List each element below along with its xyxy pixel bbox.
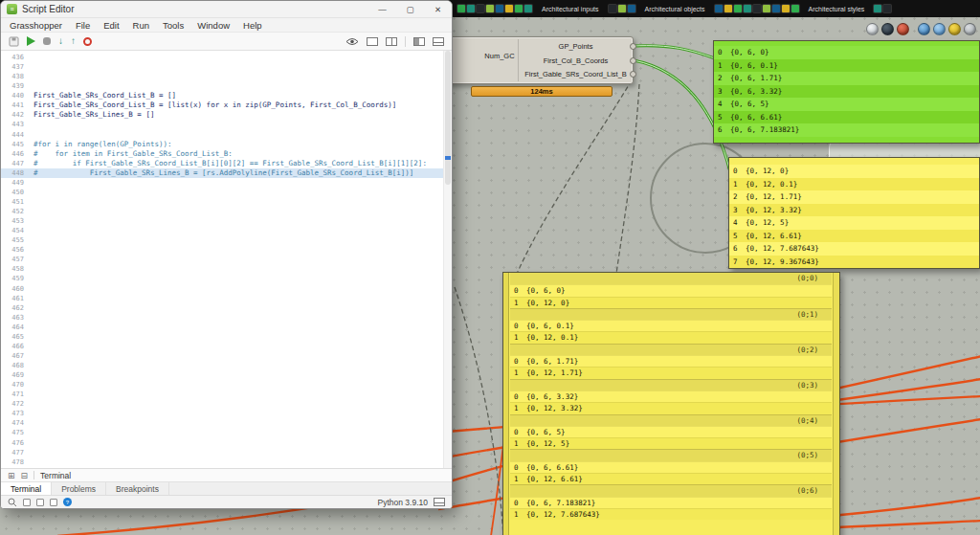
line-number[interactable]: 468 <box>1 361 33 370</box>
component-icon[interactable] <box>496 5 503 12</box>
menu-item-run[interactable]: Run <box>126 20 156 31</box>
component-icon[interactable] <box>791 5 799 12</box>
panel-item-row[interactable]: 4{0, 12, 5} <box>729 216 979 230</box>
line-number[interactable]: 466 <box>1 342 33 351</box>
panel-item-row[interactable]: 1{0, 12, 1.71} <box>510 367 832 378</box>
component-icon[interactable] <box>874 5 881 12</box>
run-button[interactable] <box>27 36 35 46</box>
green-data-panel[interactable]: 0{0, 6, 0}1{0, 6, 0.1}2{0, 6, 1.71}3{0, … <box>713 40 980 144</box>
code-line[interactable]: 443 <box>1 120 443 129</box>
code-line[interactable]: 437 <box>1 62 443 72</box>
filter-icon[interactable] <box>36 499 44 506</box>
code-line[interactable]: 448# First_Gable_SRs_Lines_B = [rs.AddPo… <box>1 168 443 178</box>
code-line[interactable]: 450 <box>1 188 443 197</box>
menu-item-edit[interactable]: Edit <box>97 20 125 31</box>
line-number[interactable]: 438 <box>1 72 33 81</box>
code-line[interactable]: 439 <box>1 81 443 91</box>
code-line[interactable]: 440First_Gable_SRs_Coord_List_B = [] <box>1 91 443 100</box>
gh-tab-label[interactable]: Architectural inputs <box>542 6 599 12</box>
menu-item-window[interactable]: Window <box>190 20 236 31</box>
gh-tab-label[interactable]: Architectural objects <box>645 6 705 12</box>
maximize-button[interactable]: ▢ <box>396 1 424 17</box>
line-number[interactable]: 458 <box>1 264 33 274</box>
line-number[interactable]: 465 <box>1 332 33 342</box>
panel-item-row[interactable]: 1{0, 12, 5} <box>510 437 832 449</box>
layout-side-icon[interactable] <box>413 37 425 46</box>
line-number[interactable]: 441 <box>1 100 33 110</box>
component-icon[interactable] <box>467 5 475 12</box>
component-icon[interactable] <box>734 5 742 12</box>
component-icon[interactable] <box>715 5 723 12</box>
component-icon[interactable] <box>477 5 484 12</box>
panel-item-row[interactable]: 5{0, 6, 6.61} <box>714 111 979 124</box>
line-number[interactable]: 440 <box>1 91 33 100</box>
line-number[interactable]: 477 <box>1 448 33 457</box>
line-number[interactable]: 447 <box>1 159 33 168</box>
gh-tab-label[interactable]: Architectural styles <box>809 6 865 12</box>
panel-item-row[interactable]: 2{0, 6, 1.71} <box>714 72 979 85</box>
component-icon[interactable] <box>515 5 523 12</box>
line-number[interactable]: 470 <box>1 380 33 390</box>
code-line[interactable]: 438 <box>1 72 443 81</box>
display-mode-icon[interactable] <box>918 23 930 35</box>
line-number[interactable]: 445 <box>1 140 33 149</box>
code-line[interactable]: 475 <box>1 428 443 437</box>
layout-bottom-icon[interactable] <box>433 37 444 46</box>
menu-item-grasshopper[interactable]: Grasshopper <box>3 20 69 31</box>
panel-tab-problems[interactable]: Problems <box>52 482 106 495</box>
code-line[interactable]: 445#for i in range(len(GP_Points)): <box>1 140 443 149</box>
code-line[interactable]: 468 <box>1 361 443 370</box>
output-param[interactable]: First_Gable_SRs_Coord_List_B <box>519 67 633 81</box>
menu-item-file[interactable]: File <box>69 20 97 31</box>
code-line[interactable]: 441First_Gable_SRs_Coord_List_B = [list(… <box>1 100 443 110</box>
panel-item-row[interactable]: 0{0, 6, 5} <box>510 426 832 437</box>
line-number[interactable]: 467 <box>1 351 33 361</box>
line-number[interactable]: 476 <box>1 438 33 448</box>
yellow-data-panel[interactable]: 0{0, 12, 0}1{0, 12, 0.1}2{0, 12, 1.71}3{… <box>728 157 980 269</box>
panel-tab-breakpoints[interactable]: Breakpoints <box>106 482 169 495</box>
line-number[interactable]: 439 <box>1 81 33 91</box>
settings-icon[interactable] <box>50 499 57 506</box>
output-param[interactable]: GP_Points <box>519 39 633 54</box>
line-number[interactable]: 437 <box>1 62 33 72</box>
line-number[interactable]: 462 <box>1 303 33 313</box>
component-icon[interactable] <box>618 5 626 12</box>
code-line[interactable]: 461 <box>1 294 443 303</box>
component-icon[interactable] <box>457 5 465 12</box>
component-icon[interactable] <box>609 5 616 12</box>
menu-item-tools[interactable]: Tools <box>156 20 190 31</box>
code-line[interactable]: 464 <box>1 323 443 332</box>
new-terminal-icon[interactable]: ⊞ <box>8 471 15 480</box>
stop-button[interactable] <box>83 37 92 46</box>
display-mode-icon[interactable] <box>897 23 909 35</box>
panel-item-row[interactable]: 1{0, 12, 7.687643} <box>510 508 832 520</box>
output-grip[interactable] <box>630 57 636 64</box>
code-line[interactable]: 459 <box>1 274 443 283</box>
code-line[interactable]: 457 <box>1 255 443 264</box>
step-out-icon[interactable]: ↑ <box>71 36 76 46</box>
code-line[interactable]: 477 <box>1 448 443 457</box>
panel-tab-terminal[interactable]: Terminal <box>1 482 52 495</box>
output-grip[interactable] <box>630 43 636 50</box>
python-version[interactable]: Python 3.9.10 <box>378 498 428 507</box>
code-line[interactable]: 479 <box>1 467 443 468</box>
panel-item-row[interactable]: 0{0, 12, 0} <box>729 165 979 178</box>
line-number[interactable]: 453 <box>1 216 33 226</box>
panel-item-row[interactable]: 7{0, 12, 9.367643} <box>729 256 979 269</box>
panel-item-row[interactable]: 4{0, 6, 5} <box>714 98 979 111</box>
debug-icon[interactable] <box>43 37 51 45</box>
line-number[interactable]: 451 <box>1 197 33 207</box>
line-number[interactable]: 444 <box>1 130 33 140</box>
line-number[interactable]: 459 <box>1 274 33 283</box>
panel-item-row[interactable]: 0{0, 6, 1.71} <box>510 355 832 367</box>
panel-item-row[interactable]: 1{0, 12, 3.32} <box>510 402 832 413</box>
panel-item-row[interactable]: 5{0, 12, 6.61} <box>729 230 979 243</box>
code-editor[interactable]: 436437438439440First_Gable_SRs_Coord_Lis… <box>1 51 452 468</box>
panel-item-row[interactable]: 6{0, 12, 7.687643} <box>729 242 979 256</box>
edit-grid-icon[interactable] <box>367 37 378 46</box>
line-number[interactable]: 457 <box>1 255 33 264</box>
panel-item-row[interactable]: 6{0, 6, 7.183821} <box>714 123 979 137</box>
code-line[interactable]: 471 <box>1 390 443 399</box>
script-editor-window[interactable]: ≡ Script Editor — ▢ ✕ GrasshopperFileEdi… <box>0 0 453 509</box>
tree-data-panel[interactable]: (0;0)0{0, 6, 0}1{0, 12, 0}(0;1)0{0, 6, 0… <box>502 272 840 535</box>
